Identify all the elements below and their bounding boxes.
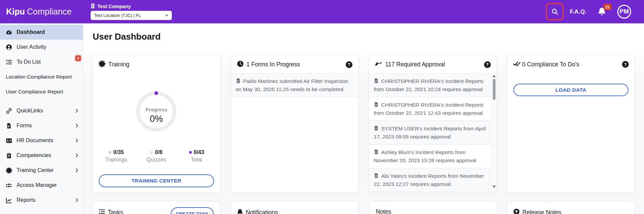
clock-icon (237, 60, 244, 69)
page-title: User Dashboard (93, 31, 635, 42)
help-icon[interactable] (484, 61, 491, 68)
approval-item-text: CHRISTOPHER RIVERA's Incident Reports fr… (374, 102, 483, 116)
tasks-card: Tasks CREATE TASK (92, 201, 221, 214)
avatar[interactable]: PM (617, 5, 631, 19)
chevron-right-icon (75, 168, 78, 173)
dashboard-cards-row-1: Training Progress 0% 0/35 Trainings 0/8 (92, 55, 635, 193)
sidebar-divider (0, 99, 83, 103)
signature-icon (375, 60, 383, 69)
load-data-button[interactable]: LOAD DATA (513, 84, 629, 96)
notifications-card-title: Notifications (246, 209, 278, 214)
sidebar-item-label: Dashboard (17, 29, 45, 35)
document-icon (236, 78, 241, 84)
release-notes-card-header: Release Notes (507, 201, 635, 214)
trainings-dot (109, 151, 111, 154)
help-icon[interactable] (622, 61, 629, 68)
release-notes-card-title: Release Notes (523, 209, 561, 214)
stat-trainings: 0/35 Trainings (96, 149, 136, 163)
bell-icon (237, 208, 243, 214)
sidebar-item-training-center[interactable]: Training Center (0, 163, 83, 178)
document-icon (374, 78, 379, 84)
stat-value: 0/35 (113, 149, 124, 155)
sidebar-item-label: HR Documents (17, 137, 53, 144)
notes-card-header: Notes (369, 201, 497, 214)
approval-item-text: SYSTEM USER's Incident Reports from Apri… (374, 126, 486, 140)
notifications-card-header: Notifications (231, 201, 359, 214)
faq-link[interactable]: F.A.Q. (570, 8, 586, 15)
chart-line-icon (5, 197, 12, 204)
scrollbar-thumb[interactable] (493, 79, 496, 100)
avatar-initials: PM (620, 8, 629, 15)
sidebar-item-access-manager[interactable]: Access Manager (0, 178, 83, 193)
tasks-card-title: Tasks (108, 209, 123, 214)
dashboard-cards-row-2: Tasks CREATE TASK Notifications Notes (92, 201, 635, 214)
sidebar-item-competencies[interactable]: Competencies (0, 148, 83, 163)
sidebar-item-user-activity[interactable]: User Activity (0, 40, 83, 55)
company-name: Test Company (97, 4, 131, 9)
compliance-card-title: 0 Compliance To Do's (522, 61, 579, 68)
approval-card-header: 117 Required Approval (369, 55, 497, 73)
clipboard-icon (5, 152, 12, 159)
search-icon (551, 8, 558, 15)
approval-item[interactable]: Ashley Blum's Incident Reports from Nove… (369, 145, 497, 168)
progress-label: Progress (93, 107, 220, 112)
location-select[interactable]: Test Location (TJC) | FL (91, 11, 172, 20)
stat-quizzes: 0/8 Quizzes (136, 149, 177, 163)
double-check-icon (513, 60, 521, 68)
create-task-button[interactable]: CREATE TASK (171, 207, 214, 214)
company-block: Test Company Test Location (TJC) | FL (91, 3, 172, 20)
scroll-down-arrow[interactable] (492, 186, 496, 188)
sidebar-item-quicklinks[interactable]: QuickLinks (0, 103, 83, 118)
todo-count-badge: 0 (75, 56, 81, 61)
notification-count-badge: 21 (603, 4, 612, 10)
notes-card: Notes (369, 201, 497, 214)
sidebar-item-label: Location Compliance Report (6, 74, 72, 80)
approval-scrollbar[interactable] (492, 73, 496, 189)
sidebar-item-label: Access Manager (17, 182, 57, 188)
sidebar-item-label: QuickLinks (17, 108, 43, 114)
sidebar-item-label: Training Center (17, 167, 54, 173)
sidebar-item-user-compliance-report[interactable]: User Compliance Report (0, 84, 83, 99)
logo-text-bold: Kipu (6, 7, 25, 16)
approval-item[interactable]: CHRISTOPHER RIVERA's Incident Reports fr… (369, 97, 497, 121)
approval-item[interactable]: SYSTEM USER's Incident Reports from Apri… (369, 121, 497, 145)
sidebar-item-to-do-list[interactable]: To Do List 0 (0, 55, 83, 69)
form-item-text: Pablo Martinez submitted Air Filter Insp… (236, 78, 348, 92)
approval-item[interactable]: CHRISTOPHER RIVERA's Incident Reports fr… (369, 73, 497, 97)
sidebar-item-hr-documents[interactable]: HR Documents (0, 133, 83, 148)
sidebar-item-label: Reports (17, 197, 36, 203)
stat-value: 0/8 (155, 149, 162, 155)
required-approval-card: 117 Required Approval CHRISTOPHER RIVERA… (369, 55, 497, 193)
help-icon[interactable] (346, 61, 352, 68)
compliance-todos-card: 0 Compliance To Do's LOAD DATA (507, 55, 635, 193)
user-circle-icon (5, 44, 12, 50)
search-button[interactable] (551, 8, 559, 16)
scroll-up-arrow[interactable] (492, 75, 496, 77)
sidebar-item-forms[interactable]: Forms (0, 118, 83, 133)
link-icon (5, 108, 12, 114)
approval-item-text: CHRISTOPHER RIVERA's Incident Reports fr… (374, 78, 483, 92)
notifications-bell-button[interactable]: 21 (598, 6, 606, 17)
release-notes-card: Release Notes (507, 201, 635, 214)
compliance-card-header: 0 Compliance To Do's (507, 55, 635, 73)
top-header: KipuCompliance Test Company Test Locatio… (0, 0, 644, 23)
approval-item[interactable]: Abi Yates's Incident Reports from Novemb… (369, 168, 497, 192)
header-actions: F.A.Q. 21 PM (551, 5, 644, 19)
total-dot (189, 151, 192, 154)
logo-text-light: Compliance (27, 7, 72, 16)
training-stats: 0/35 Trainings 0/8 Quizzes 0/43 Total (96, 149, 217, 163)
sidebar-item-location-compliance-report[interactable]: Location Compliance Report (0, 69, 83, 84)
checklist-icon (5, 59, 12, 65)
quizzes-dot (150, 151, 153, 154)
chevron-down-icon (165, 15, 168, 17)
stat-label: Trainings (96, 157, 136, 163)
forms-card-header: 1 Forms In Progress (231, 55, 359, 73)
approval-list: CHRISTOPHER RIVERA's Incident Reports fr… (369, 73, 497, 192)
form-in-progress-item[interactable]: Pablo Martinez submitted Air Filter Insp… (231, 73, 359, 97)
chevron-right-icon (75, 153, 78, 158)
sidebar-item-reports[interactable]: Reports (0, 193, 83, 208)
sidebar-item-dashboard[interactable]: Dashboard (0, 25, 83, 40)
chevron-right-icon (75, 198, 78, 202)
training-center-button[interactable]: TRAINING CENTER (99, 174, 214, 187)
gauge-icon (5, 29, 12, 36)
